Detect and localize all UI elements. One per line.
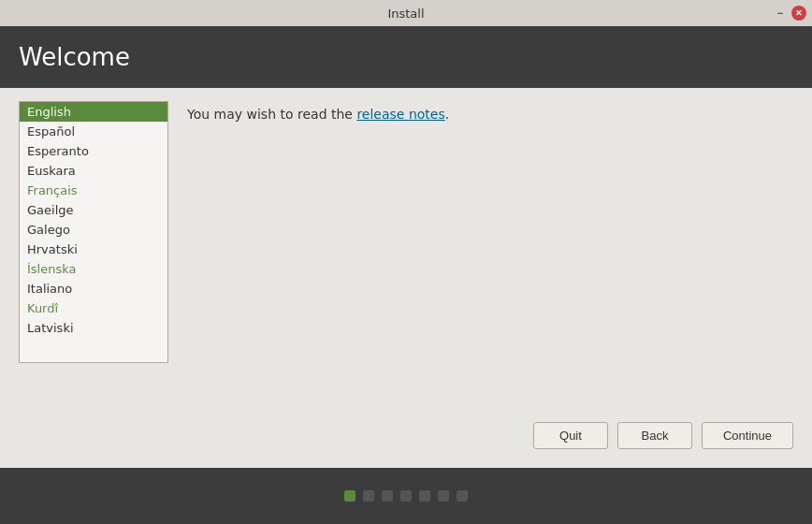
window-title: Install <box>387 7 424 21</box>
progress-dot-7 <box>457 490 468 502</box>
back-button[interactable]: Back <box>617 422 692 449</box>
list-item[interactable]: Galego <box>20 220 167 240</box>
list-item[interactable]: Euskara <box>20 161 167 181</box>
titlebar: Install − ✕ <box>0 0 812 26</box>
language-list[interactable]: EnglishEspañolEsperantoEuskaraFrançaisGa… <box>19 101 168 363</box>
release-notes-text: You may wish to read the release notes. <box>187 101 793 411</box>
progress-dot-2 <box>363 490 374 502</box>
list-item[interactable]: Gaeilge <box>20 200 167 220</box>
progress-dot-5 <box>419 490 430 502</box>
window-controls: − ✕ <box>773 6 806 21</box>
minimize-button[interactable]: − <box>773 6 788 21</box>
content-row: EnglishEspañolEsperantoEuskaraFrançaisGa… <box>19 101 793 411</box>
list-item[interactable]: Esperanto <box>20 141 167 161</box>
button-row: Quit Back Continue <box>19 411 793 455</box>
progress-dot-1 <box>344 490 355 502</box>
text-after-link: . <box>445 107 449 122</box>
list-item[interactable]: Italiano <box>20 279 167 298</box>
text-before-link: You may wish to read the <box>187 107 356 122</box>
list-item[interactable]: Français <box>20 181 167 200</box>
page-title: Welcome <box>19 43 130 71</box>
main-content: EnglishEspañolEsperantoEuskaraFrançaisGa… <box>0 88 812 468</box>
list-item[interactable]: Kurdî <box>20 298 167 318</box>
progress-dot-4 <box>400 490 412 502</box>
list-item[interactable]: Íslenska <box>20 259 167 279</box>
list-item[interactable]: English <box>20 102 167 122</box>
list-item[interactable]: Latviski <box>20 318 167 338</box>
header: Welcome <box>0 26 812 88</box>
list-item[interactable]: Hrvatski <box>20 240 167 259</box>
footer <box>0 468 812 524</box>
quit-button[interactable]: Quit <box>533 422 608 449</box>
list-item[interactable]: Español <box>20 122 167 141</box>
release-notes-link[interactable]: release notes <box>356 107 444 122</box>
continue-button[interactable]: Continue <box>702 422 793 449</box>
progress-dot-6 <box>438 490 449 502</box>
close-button[interactable]: ✕ <box>791 6 806 21</box>
progress-dot-3 <box>382 490 393 502</box>
